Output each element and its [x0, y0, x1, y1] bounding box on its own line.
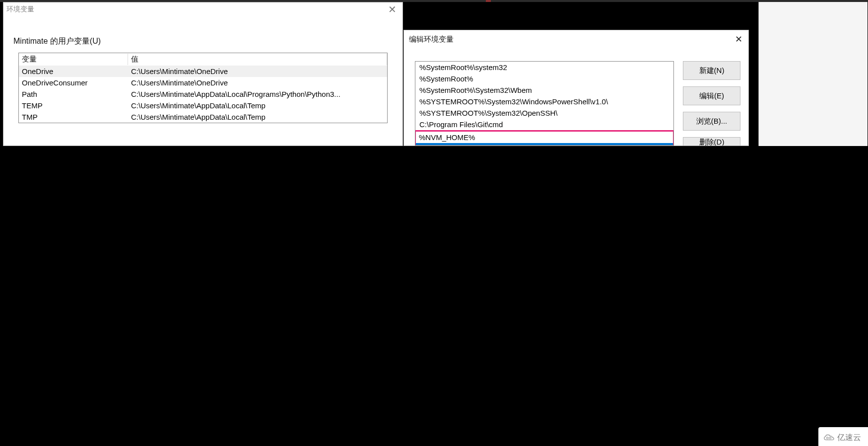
cloud-icon	[823, 434, 834, 442]
edit-body: %SystemRoot%\system32 %SystemRoot% %Syst…	[404, 48, 748, 146]
close-icon[interactable]: ✕	[385, 3, 400, 15]
edit-window-title: 编辑环境变量	[409, 35, 454, 44]
user-vars-label: Mintimate 的用户变量(U)	[3, 16, 402, 50]
var-name: OneDrive	[19, 67, 128, 76]
col-value[interactable]: 值	[128, 54, 387, 65]
watermark: 亿速云	[818, 427, 868, 446]
var-name: Path	[19, 89, 128, 99]
var-value: C:\Users\Mintimate\AppData\Local\Program…	[128, 89, 387, 99]
svg-point-1	[829, 437, 831, 439]
list-item-selected[interactable]	[416, 143, 673, 146]
list-item[interactable]: C:\Program Files\Git\cmd	[415, 119, 673, 130]
watermark-text: 亿速云	[837, 433, 861, 443]
decor-red	[486, 0, 491, 2]
table-header: 变量 值	[19, 53, 387, 66]
table-row[interactable]: TEMP C:\Users\Mintimate\AppData\Local\Te…	[19, 100, 387, 111]
button-column: 新建(N) 编辑(E) 浏览(B)... 删除(D)	[683, 61, 740, 146]
highlighted-region: %NVM_HOME%	[415, 130, 674, 146]
table-row[interactable]: TMP C:\Users\Mintimate\AppData\Local\Tem…	[19, 111, 387, 123]
var-name: TEMP	[19, 101, 128, 110]
list-item[interactable]: %SYSTEMROOT%\System32\WindowsPowerShell\…	[415, 96, 673, 107]
list-item[interactable]: %NVM_HOME%	[416, 132, 673, 143]
var-value: C:\Users\Mintimate\OneDrive	[128, 67, 387, 76]
background-panel	[758, 2, 868, 146]
var-name: TMP	[19, 112, 128, 122]
user-vars-table: 变量 值 OneDrive C:\Users\Mintimate\OneDriv…	[18, 53, 388, 123]
env-window-title: 环境变量	[6, 5, 34, 14]
list-item[interactable]: %SystemRoot%\System32\Wbem	[415, 84, 673, 96]
edit-button[interactable]: 编辑(E)	[683, 86, 740, 105]
browse-button[interactable]: 浏览(B)...	[683, 112, 740, 131]
col-variable[interactable]: 变量	[19, 54, 128, 65]
list-item[interactable]: %SystemRoot%	[415, 73, 673, 84]
svg-point-0	[826, 437, 828, 439]
edit-env-window: 编辑环境变量 ✕ %SystemRoot%\system32 %SystemRo…	[403, 30, 749, 146]
var-name: OneDriveConsumer	[19, 78, 128, 87]
table-row[interactable]: OneDriveConsumer C:\Users\Mintimate\OneD…	[19, 77, 387, 88]
table-row[interactable]: Path C:\Users\Mintimate\AppData\Local\Pr…	[19, 88, 387, 100]
new-button[interactable]: 新建(N)	[683, 61, 740, 80]
env-vars-window: 环境变量 ✕ Mintimate 的用户变量(U) 变量 值 OneDrive …	[3, 2, 403, 146]
var-value: C:\Users\Mintimate\AppData\Local\Temp	[128, 101, 387, 110]
list-item[interactable]: %SYSTEMROOT%\System32\OpenSSH\	[415, 107, 673, 119]
list-item[interactable]: %SystemRoot%\system32	[415, 62, 673, 73]
edit-titlebar[interactable]: 编辑环境变量 ✕	[404, 30, 748, 48]
close-icon[interactable]: ✕	[731, 32, 746, 47]
env-titlebar[interactable]: 环境变量 ✕	[3, 2, 402, 16]
path-list[interactable]: %SystemRoot%\system32 %SystemRoot% %Syst…	[415, 61, 674, 146]
var-value: C:\Users\Mintimate\OneDrive	[128, 78, 387, 87]
table-row[interactable]: OneDrive C:\Users\Mintimate\OneDrive	[19, 66, 387, 77]
delete-button[interactable]: 删除(D)	[683, 137, 740, 146]
var-value: C:\Users\Mintimate\AppData\Local\Temp	[128, 112, 387, 122]
